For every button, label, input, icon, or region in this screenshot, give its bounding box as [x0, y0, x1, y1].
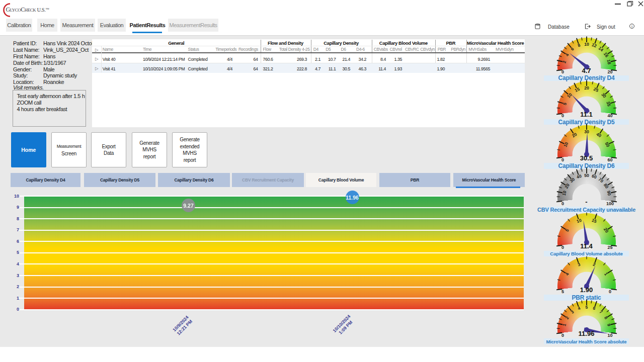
svg-text:4: 4: [564, 52, 570, 57]
svg-text:10: 10: [576, 217, 582, 224]
svg-text:16: 16: [602, 51, 609, 58]
svg-text:90: 90: [606, 191, 612, 197]
svg-text:5: 5: [564, 228, 570, 233]
svg-text:2: 2: [564, 315, 570, 320]
svg-text:4: 4: [577, 306, 581, 311]
svg-text:50: 50: [584, 173, 589, 178]
svg-text:20: 20: [564, 183, 571, 190]
svg-text:40: 40: [595, 132, 602, 139]
svg-text:10: 10: [561, 191, 567, 197]
svg-text:15: 15: [574, 86, 580, 93]
svg-text:2: 2: [561, 60, 567, 63]
svg-text:12: 12: [591, 42, 597, 48]
svg-text:6: 6: [570, 46, 575, 51]
svg-text:20: 20: [571, 132, 578, 139]
svg-text:4: 4: [564, 272, 570, 277]
svg-text:1: 1: [561, 323, 567, 327]
svg-text:80: 80: [602, 183, 609, 190]
svg-text:6: 6: [592, 306, 596, 311]
svg-text:60: 60: [591, 173, 597, 180]
svg-text:18: 18: [606, 59, 612, 65]
svg-text:35: 35: [605, 101, 611, 107]
svg-text:10: 10: [562, 141, 569, 148]
svg-text:8: 8: [577, 42, 581, 48]
svg-text:15: 15: [591, 217, 597, 224]
svg-text:3: 3: [570, 309, 575, 315]
svg-text:3: 3: [577, 262, 581, 267]
svg-text:1: 1: [603, 272, 609, 277]
svg-text:2: 2: [592, 262, 596, 267]
svg-text:8: 8: [603, 316, 609, 321]
svg-text:25: 25: [593, 86, 599, 93]
svg-text:40: 40: [576, 173, 582, 180]
svg-text:10: 10: [584, 41, 589, 46]
svg-text:GLYCOCHECK U.S.TM: GLYCOCHECK U.S.TM: [6, 6, 50, 13]
svg-text:7: 7: [598, 309, 603, 315]
svg-text:5: 5: [562, 102, 568, 106]
svg-text:50: 50: [604, 141, 610, 148]
svg-text:9: 9: [606, 323, 611, 327]
svg-text:20: 20: [584, 85, 589, 90]
svg-text:30: 30: [584, 129, 589, 134]
svg-text:20: 20: [602, 227, 609, 234]
svg-text:5: 5: [585, 305, 588, 310]
